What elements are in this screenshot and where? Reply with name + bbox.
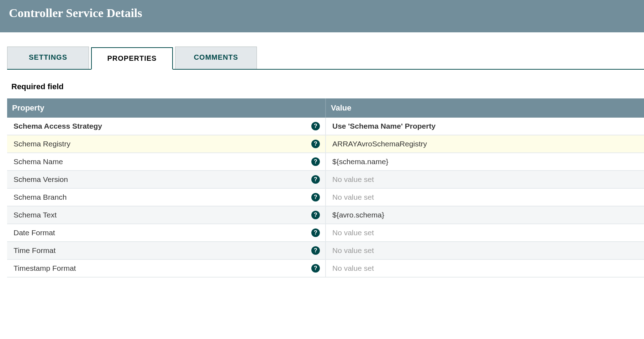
table-row[interactable]: Timestamp Format?No value set [7, 259, 644, 277]
value-cell[interactable]: No value set [326, 188, 644, 206]
property-name: Schema Text [14, 211, 57, 219]
property-name: Time Format [14, 246, 56, 254]
property-name: Date Format [14, 228, 55, 237]
property-name: Timestamp Format [14, 264, 76, 272]
value-cell[interactable]: No value set [326, 259, 644, 277]
value-cell[interactable]: ${avro.schema} [326, 206, 644, 224]
property-cell: Schema Name? [7, 153, 326, 171]
value-cell[interactable]: No value set [326, 171, 644, 188]
help-icon[interactable]: ? [311, 193, 320, 201]
table-row[interactable]: Time Format?No value set [7, 242, 644, 259]
tab-properties[interactable]: PROPERTIES [91, 47, 173, 70]
help-icon[interactable]: ? [311, 122, 320, 130]
property-name: Schema Access Strategy [14, 122, 102, 130]
property-cell: Time Format? [7, 242, 326, 259]
table-row[interactable]: Schema Branch?No value set [7, 188, 644, 206]
value-cell[interactable]: ${schema.name} [326, 153, 644, 171]
help-icon[interactable]: ? [311, 157, 320, 166]
column-header-value: Value [326, 98, 644, 118]
tab-comments[interactable]: COMMENTS [175, 47, 257, 69]
required-field-label: Required field [11, 82, 644, 91]
table-row[interactable]: Schema Name?${schema.name} [7, 153, 644, 171]
property-name: Schema Registry [14, 140, 70, 148]
tab-bar: SETTINGS PROPERTIES COMMENTS [7, 47, 644, 70]
property-name: Schema Branch [14, 193, 67, 201]
property-value: ${schema.name} [332, 157, 389, 166]
column-header-property: Property [7, 98, 326, 118]
help-icon[interactable]: ? [311, 140, 320, 148]
property-value: No value set [332, 264, 374, 272]
tab-settings[interactable]: SETTINGS [7, 47, 89, 69]
property-cell: Schema Version? [7, 171, 326, 188]
property-value: ARRAYAvroSchemaRegistry [332, 140, 427, 148]
dialog-header: Controller Service Details [0, 0, 644, 32]
property-cell: Timestamp Format? [7, 259, 326, 277]
value-cell[interactable]: No value set [326, 242, 644, 259]
property-name: Schema Name [14, 157, 63, 166]
property-value: Use 'Schema Name' Property [332, 122, 436, 130]
dialog-content: SETTINGS PROPERTIES COMMENTS Required fi… [0, 47, 644, 278]
property-name: Schema Version [14, 175, 68, 183]
value-cell[interactable]: No value set [326, 224, 644, 242]
value-cell[interactable]: Use 'Schema Name' Property [326, 118, 644, 135]
property-cell: Schema Text? [7, 206, 326, 224]
help-icon[interactable]: ? [311, 211, 320, 219]
dialog-title: Controller Service Details [9, 6, 635, 20]
property-value: No value set [332, 228, 374, 237]
help-icon[interactable]: ? [311, 264, 320, 273]
help-icon[interactable]: ? [311, 246, 320, 255]
property-value: No value set [332, 193, 374, 201]
table-row[interactable]: Date Format?No value set [7, 224, 644, 242]
table-row[interactable]: Schema Version?No value set [7, 171, 644, 188]
help-icon[interactable]: ? [311, 228, 320, 237]
property-value: ${avro.schema} [332, 211, 384, 219]
properties-table: Property Value Schema Access Strategy?Us… [7, 98, 644, 278]
property-cell: Schema Branch? [7, 188, 326, 206]
property-value: No value set [332, 175, 374, 183]
property-value: No value set [332, 246, 374, 254]
table-header-row: Property Value [7, 98, 644, 118]
value-cell[interactable]: ARRAYAvroSchemaRegistry [326, 135, 644, 153]
table-row[interactable]: Schema Text?${avro.schema} [7, 206, 644, 224]
help-icon[interactable]: ? [311, 175, 320, 184]
table-row[interactable]: Schema Access Strategy?Use 'Schema Name'… [7, 118, 644, 135]
table-row[interactable]: Schema Registry?ARRAYAvroSchemaRegistry [7, 135, 644, 153]
property-cell: Schema Registry? [7, 135, 326, 153]
property-cell: Date Format? [7, 224, 326, 242]
property-cell: Schema Access Strategy? [7, 118, 326, 135]
